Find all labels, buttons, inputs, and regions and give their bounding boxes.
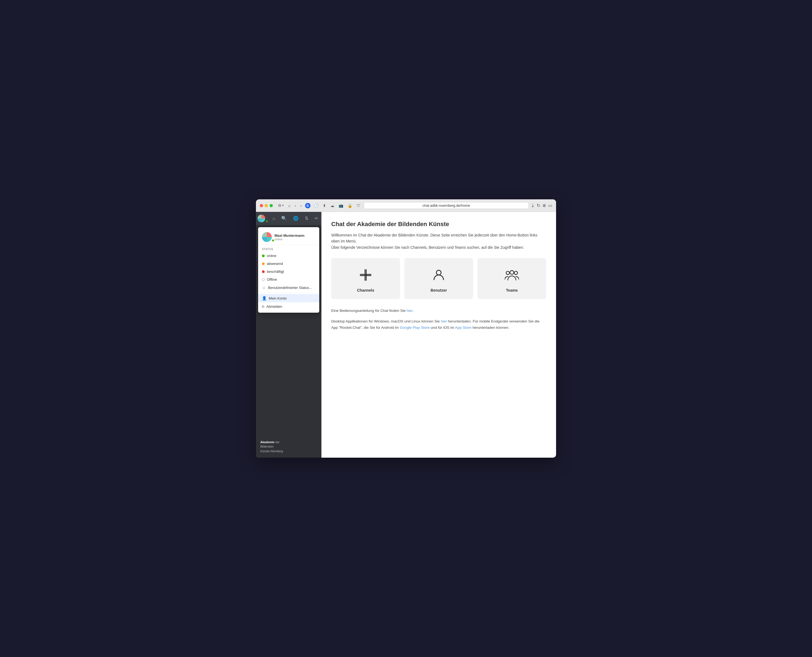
- share-button[interactable]: ⬆: [322, 203, 327, 209]
- app-layout: ⌂ 🔍 🌐 ⇅ ✏ Maxi Mustermann online: [256, 212, 556, 458]
- user-avatar: [262, 232, 272, 242]
- traffic-lights: [260, 204, 273, 207]
- avatar: [258, 215, 265, 222]
- offline-dot: [262, 278, 265, 281]
- user-display-name: Maxi Mustermann: [275, 234, 304, 238]
- desc-line1: Willkommen im Chat der Akademie der Bild…: [331, 233, 537, 243]
- history-button[interactable]: 🕐: [313, 203, 320, 209]
- status-offline[interactable]: Offline: [258, 276, 319, 283]
- teams-card[interactable]: Teams: [478, 258, 546, 299]
- avatar-container: [262, 232, 275, 242]
- google-play-link[interactable]: Google Play Store: [400, 325, 430, 330]
- description-text: Willkommen im Chat der Akademie der Bild…: [331, 232, 544, 251]
- tab-switcher[interactable]: ⧉ ▾: [277, 202, 285, 209]
- shield-button[interactable]: 🛡: [356, 203, 362, 209]
- logout-label: Abmelden: [266, 305, 283, 308]
- status-beschaeftigt[interactable]: beschäftigt: [258, 268, 319, 276]
- svg-point-7: [510, 271, 514, 274]
- svg-point-5: [506, 271, 509, 275]
- footer-p1-link[interactable]: hier: [407, 308, 413, 313]
- footer-p2-mid2: und für iOS im: [430, 325, 455, 330]
- status-online-label: online: [267, 254, 276, 258]
- sidebar-nav-icons: ⌂ 🔍 🌐 ⇅ ✏: [256, 212, 321, 225]
- status-section-label: STATUS: [258, 246, 319, 252]
- footer-p2-end: herunterladen können.: [472, 325, 509, 330]
- user-dropdown-menu: Maxi Mustermann online STATUS online abw…: [258, 227, 319, 313]
- new-tab-button[interactable]: ⊕: [542, 203, 546, 208]
- status-online[interactable]: online: [258, 252, 319, 260]
- status-beschaeftigt-label: beschäftigt: [267, 269, 284, 274]
- footer-paragraph-1: Eine Bedienungsanleitung für Chat finden…: [331, 308, 544, 314]
- channels-label: Channels: [357, 288, 374, 293]
- page-title: Chat der Akademie der Bildenden Künste: [331, 221, 546, 228]
- footer-paragraph-2: Desktop Applikationen für Windows, macOS…: [331, 318, 544, 331]
- footer-download-link[interactable]: hier: [441, 319, 447, 323]
- status-abwesend-label: abwesend: [267, 262, 283, 266]
- maximize-button[interactable]: [270, 204, 273, 207]
- back-button[interactable]: ‹: [293, 203, 297, 209]
- menu-divider: [258, 293, 319, 293]
- my-account-item[interactable]: 👤 Mein Konto: [258, 294, 319, 302]
- address-bar[interactable]: chat.adbk-nuernberg.de/home: [364, 202, 529, 209]
- online-dot: [262, 254, 265, 257]
- forward-button[interactable]: ›: [299, 203, 303, 209]
- globe-icon[interactable]: 🌐: [291, 214, 300, 223]
- brand-word4: Künste Nürnberg: [260, 450, 283, 453]
- account-icon: 👤: [262, 296, 267, 300]
- sidebar-brand: Akademie der Bildenden Künste Nürnberg: [256, 436, 321, 458]
- logout-item[interactable]: ⎋ Abmelden: [258, 302, 319, 310]
- status-abwesend[interactable]: abwesend: [258, 260, 319, 268]
- cards-row: Channels Benutzer: [331, 258, 546, 299]
- close-button[interactable]: [260, 204, 263, 207]
- sort-icon[interactable]: ⇅: [303, 214, 310, 223]
- search-icon[interactable]: 🔍: [279, 214, 289, 223]
- user-info: Maxi Mustermann online: [275, 234, 304, 241]
- refresh-icon[interactable]: ↻: [537, 203, 540, 208]
- custom-status-item[interactable]: ☺ Benutzerdefinierter Status...: [258, 283, 319, 292]
- bluetooth-icon: B: [305, 203, 311, 209]
- home-nav-button[interactable]: ⌂: [287, 203, 291, 209]
- my-account-label: Mein Konto: [269, 296, 287, 300]
- svg-point-6: [514, 271, 518, 275]
- online-status-dot: [266, 220, 268, 222]
- sidebar: ⌂ 🔍 🌐 ⇅ ✏ Maxi Mustermann online: [256, 212, 321, 458]
- user-status-label: online: [275, 238, 304, 241]
- minimize-button[interactable]: [265, 204, 268, 207]
- smiley-icon: ☺: [262, 285, 266, 290]
- user-header: Maxi Mustermann online: [258, 229, 319, 245]
- edit-icon[interactable]: ✏: [313, 214, 320, 223]
- app-store-link[interactable]: App Store: [455, 325, 472, 330]
- teams-label: Teams: [506, 288, 518, 293]
- browser-chrome: ⧉ ▾ ⌂ ‹ › B 🕐 ⬆ ☁ 📺 🔒 🛡 chat.adbk-nuernb…: [256, 199, 556, 212]
- desc-line2: Über folgende Verzeichnisse können Sie n…: [331, 245, 524, 249]
- brand-word2: der: [275, 441, 279, 444]
- custom-status-label: Benutzerdefinierter Status...: [268, 286, 312, 290]
- download-icon[interactable]: ⤓: [531, 203, 534, 208]
- channels-card[interactable]: Channels: [331, 258, 400, 299]
- status-indicator-dot: [272, 239, 274, 242]
- teams-icon: [505, 268, 519, 284]
- cloud-button[interactable]: ☁: [329, 203, 335, 209]
- home-icon[interactable]: ⌂: [271, 214, 277, 223]
- footer-p2-before: Desktop Applikationen für Windows, macOS…: [331, 319, 441, 323]
- logout-icon: ⎋: [262, 304, 264, 308]
- status-offline-label: Offline: [267, 277, 277, 282]
- brand-word1: Akademie: [260, 441, 275, 444]
- sidebar-toggle[interactable]: ▭: [548, 203, 552, 208]
- svg-point-4: [436, 270, 441, 275]
- beschaeftigt-dot: [262, 270, 265, 273]
- benutzer-icon: [432, 268, 446, 284]
- brand-word3: Bildenden: [260, 445, 274, 448]
- channels-icon: [359, 268, 373, 284]
- main-content: Chat der Akademie der Bildenden Künste W…: [321, 212, 556, 458]
- screen-mirror-button[interactable]: 📺: [337, 203, 344, 209]
- user-avatar-button[interactable]: [258, 215, 268, 222]
- footer-p1-before: Eine Bedienungsanleitung für Chat finden…: [331, 308, 407, 313]
- browser-toolbar: ⤓ ↻ ⊕ ▭: [531, 203, 552, 208]
- benutzer-label: Benutzer: [430, 288, 447, 293]
- footer-p1-after: .: [413, 308, 414, 313]
- lock-button[interactable]: 🔒: [346, 203, 353, 209]
- benutzer-card[interactable]: Benutzer: [404, 258, 473, 299]
- abwesend-dot: [262, 262, 265, 265]
